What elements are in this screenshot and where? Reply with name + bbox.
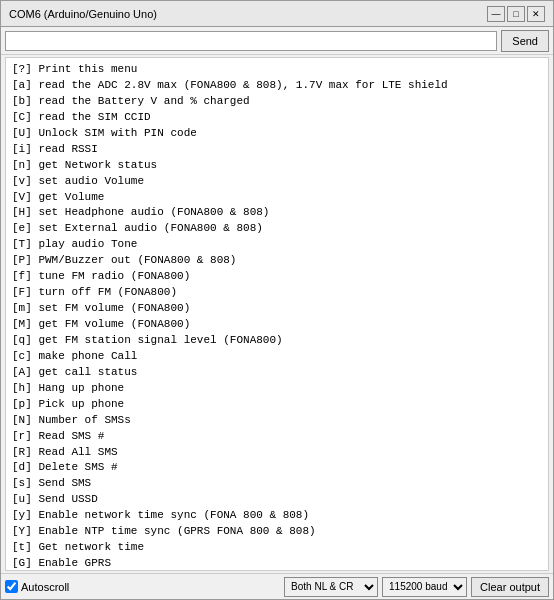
autoscroll-checkbox[interactable] [5, 580, 18, 593]
send-button[interactable]: Send [501, 30, 549, 52]
status-bar: Autoscroll No line endingNewlineCarriage… [1, 573, 553, 599]
clear-output-button[interactable]: Clear output [471, 577, 549, 597]
main-window: COM6 (Arduino/Genuino Uno) — □ ✕ Send [?… [0, 0, 554, 600]
toolbar: Send [1, 27, 553, 55]
status-bar-right: No line endingNewlineCarriage returnBoth… [284, 577, 549, 597]
title-bar: COM6 (Arduino/Genuino Uno) — □ ✕ [1, 1, 553, 27]
baud-rate-select[interactable]: 300 baud1200 baud2400 baud4800 baud9600 … [382, 577, 467, 597]
window-controls: — □ ✕ [487, 6, 545, 22]
maximize-button[interactable]: □ [507, 6, 525, 22]
minimize-button[interactable]: — [487, 6, 505, 22]
window-title: COM6 (Arduino/Genuino Uno) [9, 8, 157, 20]
close-button[interactable]: ✕ [527, 6, 545, 22]
console-output: [?] Print this menu [a] read the ADC 2.8… [5, 57, 549, 571]
line-ending-select[interactable]: No line endingNewlineCarriage returnBoth… [284, 577, 378, 597]
serial-input[interactable] [5, 31, 497, 51]
autoscroll-container: Autoscroll [5, 580, 69, 593]
autoscroll-label: Autoscroll [21, 581, 69, 593]
